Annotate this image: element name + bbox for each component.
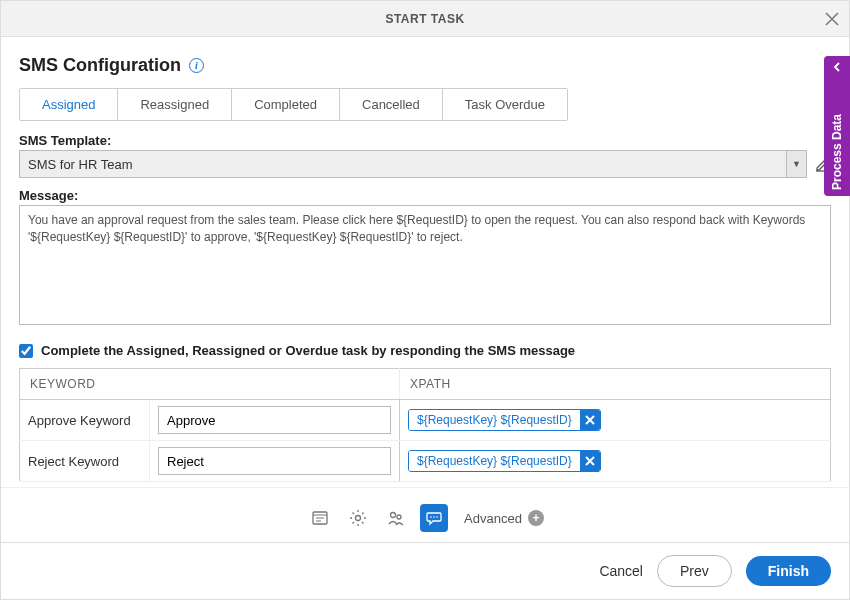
complete-task-checkbox[interactable] — [19, 344, 33, 358]
tab-cancelled[interactable]: Cancelled — [340, 89, 443, 120]
svg-point-5 — [433, 516, 435, 518]
tab-bar: Assigned Reassigned Completed Cancelled … — [19, 88, 568, 121]
tab-task-overdue[interactable]: Task Overdue — [443, 89, 567, 120]
chip-remove-icon[interactable] — [580, 451, 600, 471]
dialog-body: SMS Configuration i Assigned Reassigned … — [1, 37, 849, 487]
approve-xpath-chip: ${RequestKey} ${RequestID} — [408, 409, 601, 431]
dialog-header: START TASK — [1, 1, 849, 37]
tab-reassigned[interactable]: Reassigned — [118, 89, 232, 120]
advanced-label: Advanced — [464, 511, 522, 526]
message-textarea[interactable] — [19, 205, 831, 325]
table-header-keyword: KEYWORD — [20, 369, 400, 400]
modal-dialog: START TASK SMS Configuration i Assigned … — [0, 0, 850, 600]
chip-remove-icon[interactable] — [580, 410, 600, 430]
svg-point-6 — [436, 516, 438, 518]
reject-keyword-label: Reject Keyword — [28, 454, 119, 469]
chevron-down-icon[interactable]: ▼ — [786, 151, 806, 177]
table-header-xpath: XPATH — [400, 369, 831, 400]
form-icon[interactable] — [306, 504, 334, 532]
template-select[interactable]: SMS for HR Team ▼ — [19, 150, 807, 178]
reject-keyword-input[interactable] — [158, 447, 391, 475]
approve-keyword-label: Approve Keyword — [28, 413, 131, 428]
reject-xpath-chip: ${RequestKey} ${RequestID} — [408, 450, 601, 472]
side-tab-label: Process Data — [830, 72, 844, 190]
cancel-button[interactable]: Cancel — [599, 563, 643, 579]
gear-icon[interactable] — [344, 504, 372, 532]
dialog-title: START TASK — [1, 12, 849, 26]
dialog-footer: Cancel Prev Finish — [1, 542, 849, 599]
template-select-value: SMS for HR Team — [20, 157, 786, 172]
svg-point-3 — [397, 515, 401, 519]
chevron-left-icon — [832, 62, 842, 72]
section-title-row: SMS Configuration i — [19, 55, 831, 76]
info-icon[interactable]: i — [189, 58, 204, 73]
table-row: Reject Keyword ${RequestKey} ${RequestID… — [20, 441, 831, 482]
checkbox-row: Complete the Assigned, Reassigned or Ove… — [19, 343, 831, 358]
template-select-row: SMS for HR Team ▼ — [19, 150, 831, 178]
prev-button[interactable]: Prev — [657, 555, 732, 587]
sms-icon[interactable] — [420, 504, 448, 532]
finish-button[interactable]: Finish — [746, 556, 831, 586]
approve-keyword-input[interactable] — [158, 406, 391, 434]
message-label: Message: — [19, 188, 831, 203]
chip-text: ${RequestKey} ${RequestID} — [409, 410, 580, 430]
section-title: SMS Configuration — [19, 55, 181, 76]
keyword-table: KEYWORD XPATH Approve Keyword ${RequestK… — [19, 368, 831, 482]
bottom-toolbar: Advanced + — [1, 487, 849, 542]
tab-completed[interactable]: Completed — [232, 89, 340, 120]
process-data-side-tab[interactable]: Process Data — [824, 56, 850, 196]
people-icon[interactable] — [382, 504, 410, 532]
checkbox-label: Complete the Assigned, Reassigned or Ove… — [41, 343, 575, 358]
table-row: Approve Keyword ${RequestKey} ${RequestI… — [20, 400, 831, 441]
close-icon[interactable] — [825, 12, 839, 26]
advanced-toggle[interactable]: Advanced + — [464, 510, 544, 526]
svg-point-4 — [430, 516, 432, 518]
template-label: SMS Template: — [19, 133, 831, 148]
chip-text: ${RequestKey} ${RequestID} — [409, 451, 580, 471]
plus-icon: + — [528, 510, 544, 526]
tab-assigned[interactable]: Assigned — [20, 89, 118, 120]
svg-point-1 — [356, 516, 361, 521]
svg-point-2 — [391, 513, 396, 518]
